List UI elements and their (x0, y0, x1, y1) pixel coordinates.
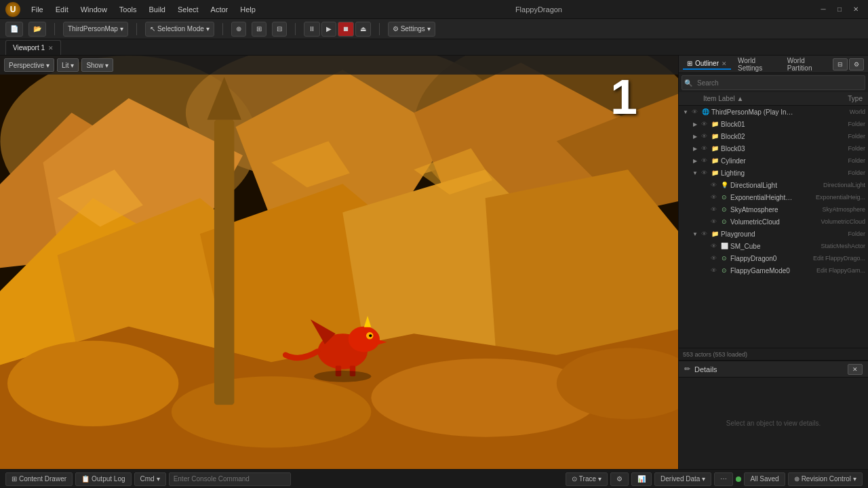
tree-item[interactable]: 👁⊙ExponentialHeightFogExponentialHeig... (679, 191, 868, 203)
outliner-tab[interactable]: ⊞ Outliner ✕ (683, 58, 731, 70)
visibility-icon[interactable]: 👁 (699, 230, 709, 237)
menu-select[interactable]: Select (172, 4, 204, 15)
tree-item[interactable]: ▶👁📁Block02Folder (679, 130, 868, 142)
tree-item[interactable]: 👁⊙SkyAtmosphereSkyAtmosphere (679, 203, 868, 216)
output-log-button[interactable]: 📋 Output Log (75, 472, 131, 486)
visibility-icon[interactable]: 👁 (699, 133, 709, 140)
close-button[interactable]: ✕ (849, 3, 863, 16)
content-drawer-button[interactable]: ⊞ Content Drawer (5, 472, 73, 486)
world-partition-tab[interactable]: World Partition (783, 56, 830, 73)
actor-icon: ⊙ (719, 205, 729, 214)
menu-help[interactable]: Help (235, 4, 261, 15)
outliner-settings-button[interactable]: ⚙ (849, 58, 864, 70)
tree-item[interactable]: 👁⊙VolumetricCloudVolumetricCloud (679, 216, 868, 228)
maximize-button[interactable]: □ (833, 3, 846, 16)
tree-toggle[interactable]: ▶ (691, 132, 699, 140)
menu-file[interactable]: File (26, 4, 49, 15)
cmd-button[interactable]: Cmd ▾ (134, 472, 166, 486)
grid-button[interactable]: ⊟ (272, 22, 287, 37)
derived-data-button[interactable]: Derived Data ▾ (654, 472, 711, 486)
viewport-lit-button[interactable]: Lit ▾ (57, 58, 79, 72)
outliner-search-bar[interactable]: 🔍 (682, 75, 865, 90)
outliner-search-input[interactable] (694, 79, 865, 87)
tree-toggle[interactable] (701, 205, 709, 214)
visibility-icon[interactable]: 👁 (699, 145, 709, 152)
tree-item[interactable]: 👁💡DirectionalLightDirectionalLight (679, 179, 868, 191)
open-level-button[interactable]: 📂 (28, 22, 46, 37)
stop-button[interactable]: ⏹ (338, 22, 354, 37)
menu-build[interactable]: Build (144, 4, 171, 15)
viewport-tab-close[interactable]: ✕ (48, 45, 54, 52)
tree-toggle[interactable] (701, 254, 709, 262)
tree-item[interactable]: 👁⬜SM_CubeStaticMeshActor (679, 240, 868, 252)
outliner-tab-close[interactable]: ✕ (722, 60, 727, 67)
visibility-icon[interactable]: 👁 (690, 108, 699, 115)
col-type: Type (791, 95, 865, 102)
tree-toggle[interactable] (701, 242, 709, 250)
all-saved-button[interactable]: All Saved (744, 472, 785, 486)
visibility-icon[interactable]: 👁 (709, 267, 718, 274)
visibility-icon[interactable]: 👁 (709, 218, 718, 225)
trace-button[interactable]: ⊙ Trace ▾ (566, 472, 608, 486)
graph-icon-button[interactable]: 📊 (631, 472, 652, 486)
console-input[interactable] (169, 472, 291, 486)
world-settings-tab[interactable]: World Settings (734, 56, 781, 73)
tree-toggle[interactable] (701, 193, 709, 201)
visibility-icon[interactable]: 👁 (709, 243, 718, 249)
viewport[interactable]: 1 Perspective ▾ Lit ▾ Show ▾ (0, 56, 678, 469)
tree-item-label: FlappyDragon0 (730, 255, 794, 262)
tree-item[interactable]: 👁⊙FlappyGameMode0Edit FlappyGam... (679, 264, 868, 277)
minimize-button[interactable]: ─ (816, 3, 830, 16)
new-level-button[interactable]: 📄 (5, 22, 23, 37)
viewport-tab[interactable]: Viewport 1 ✕ (5, 40, 61, 55)
content-drawer-label: Content Drawer (19, 475, 66, 483)
selection-mode-button[interactable]: ↖ Selection Mode ▾ (145, 22, 214, 37)
viewport-perspective-button[interactable]: Perspective ▾ (4, 58, 54, 72)
menu-tools[interactable]: Tools (114, 4, 142, 15)
outliner-filter-button[interactable]: ⊟ (833, 58, 848, 70)
tree-item[interactable]: ▼👁🌐ThirdPersonMap (Play In Editor)World (679, 106, 868, 118)
visibility-icon[interactable]: 👁 (709, 206, 718, 213)
menu-dots-button[interactable]: ⋯ (714, 472, 733, 486)
tree-toggle[interactable] (701, 181, 709, 189)
settings-button[interactable]: ⚙ Settings ▾ (388, 22, 435, 37)
revision-control-button[interactable]: ⊕ Revision Control ▾ (788, 472, 863, 486)
menu-window[interactable]: Window (75, 4, 113, 15)
project-label[interactable]: ThirdPersonMap ▾ (63, 22, 128, 37)
visibility-icon[interactable]: 👁 (709, 194, 718, 201)
tree-toggle[interactable] (701, 266, 709, 274)
eject-button[interactable]: ⏏ (355, 22, 371, 37)
visibility-icon[interactable]: 👁 (709, 255, 718, 262)
tree-item[interactable]: 👁⊙FlappyDragon0Edit FlappyDrago... (679, 252, 868, 264)
tree-item[interactable]: ▶👁📁CylinderFolder (679, 155, 868, 167)
snap-button[interactable]: ⊞ (252, 22, 267, 37)
tree-item-type: Folder (794, 121, 865, 127)
tree-toggle[interactable]: ▼ (691, 230, 699, 238)
tree-item[interactable]: ▶👁📁Block01Folder (679, 118, 868, 130)
transform-button[interactable]: ⊕ (231, 22, 246, 37)
tree-item-label: Block03 (721, 145, 794, 152)
viewport-show-button[interactable]: Show ▾ (81, 58, 113, 72)
trace-icon: ⊙ (572, 475, 577, 483)
settings-dots-button[interactable]: ⚙ (610, 472, 629, 486)
menu-edit[interactable]: Edit (50, 4, 74, 15)
tree-toggle[interactable]: ▼ (691, 169, 699, 177)
tree-item[interactable]: ▼👁📁PlaygroundFolder (679, 228, 868, 240)
menu-actor[interactable]: Actor (205, 4, 234, 15)
visibility-icon[interactable]: 👁 (699, 121, 709, 127)
tree-item[interactable]: ▼👁📁LightingFolder (679, 167, 868, 179)
visibility-icon[interactable]: 👁 (709, 182, 718, 188)
tree-toggle[interactable]: ▼ (682, 108, 690, 116)
tree-toggle[interactable]: ▶ (691, 157, 699, 165)
viewport-canvas: 1 Perspective ▾ Lit ▾ Show ▾ (0, 56, 678, 469)
tree-item-label: Block01 (721, 121, 794, 128)
visibility-icon[interactable]: 👁 (699, 157, 709, 164)
tree-toggle[interactable] (701, 218, 709, 226)
visibility-icon[interactable]: 👁 (699, 169, 709, 176)
tree-toggle[interactable]: ▶ (691, 120, 699, 128)
details-close-button[interactable]: ✕ (848, 364, 863, 375)
play-button[interactable]: ▶ (321, 22, 336, 37)
tree-item[interactable]: ▶👁📁Block03Folder (679, 142, 868, 155)
pause-button[interactable]: ⏸ (304, 22, 320, 37)
tree-toggle[interactable]: ▶ (691, 144, 699, 152)
